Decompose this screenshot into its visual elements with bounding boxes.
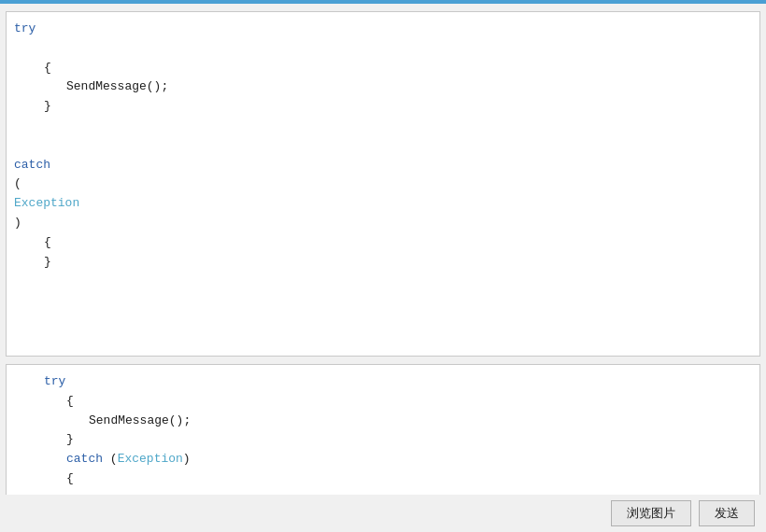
- send-button[interactable]: 发送: [699, 500, 755, 526]
- bottom-toolbar: 浏览图片 发送: [0, 495, 766, 532]
- code-line: try: [14, 20, 759, 39]
- bottom-code-panel: try { SendMessage(); } catch (Exception)…: [6, 364, 760, 495]
- code-line: catch (Exception): [14, 450, 759, 469]
- code-line: SendMessage();: [14, 77, 759, 97]
- code-line: {: [14, 59, 759, 78]
- code-line: {: [14, 392, 759, 412]
- keyword-catch-2: catch: [66, 452, 103, 466]
- code-line: ): [14, 214, 759, 233]
- code-line: try: [14, 372, 759, 392]
- keyword-exception-2: Exception: [118, 452, 183, 466]
- keyword-catch: catch: [14, 158, 50, 172]
- code-line: Exception: [14, 194, 759, 214]
- paren-close: ): [183, 452, 191, 466]
- keyword-try-2: try: [44, 374, 65, 388]
- code-line: }: [14, 430, 759, 450]
- code-line: {: [14, 233, 759, 253]
- bottom-code-scroll[interactable]: try { SendMessage(); } catch (Exception)…: [7, 365, 759, 495]
- code-line: catch: [14, 156, 759, 175]
- browse-button[interactable]: 浏览图片: [611, 500, 691, 526]
- code-line: }: [14, 253, 759, 273]
- code-line: [14, 39, 759, 59]
- paren-open: (: [103, 452, 118, 466]
- code-line: [14, 136, 759, 156]
- code-line: (: [14, 175, 759, 194]
- main-content: try { SendMessage(); } catch ( Exception…: [0, 4, 766, 495]
- code-line: [14, 117, 759, 136]
- code-line: SendMessage();: [14, 412, 759, 431]
- keyword-try: try: [14, 21, 35, 35]
- top-code-panel: try { SendMessage(); } catch ( Exception…: [6, 11, 760, 357]
- top-code-scroll[interactable]: try { SendMessage(); } catch ( Exception…: [7, 12, 759, 356]
- code-line: }: [14, 97, 759, 117]
- code-line: {: [14, 469, 759, 489]
- keyword-exception: Exception: [14, 196, 79, 210]
